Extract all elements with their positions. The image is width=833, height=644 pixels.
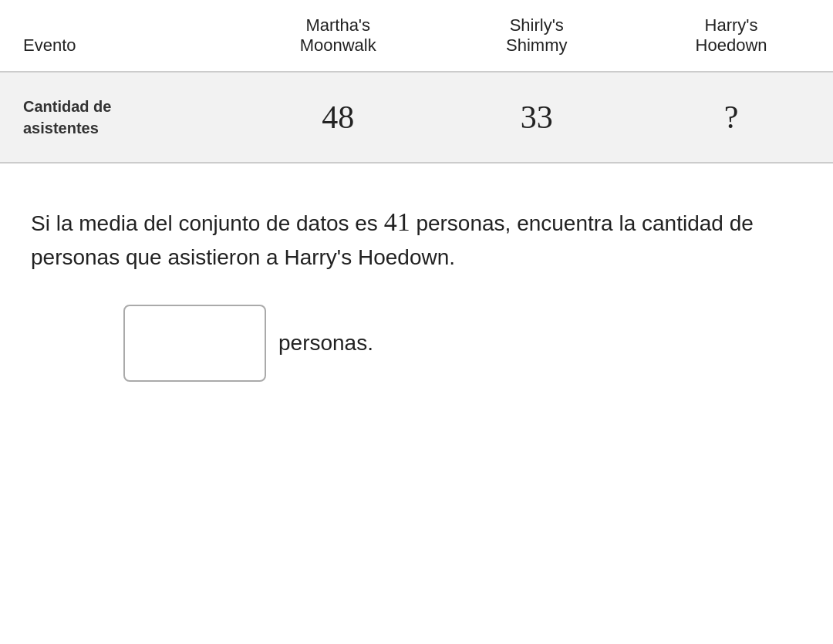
question-text: Si la media del conjunto de datos es 41 …	[0, 164, 833, 289]
table-row: Cantidad de asistentes 48 33 ?	[0, 72, 833, 163]
answer-suffix-label: personas.	[278, 331, 373, 356]
harrys-value: ?	[629, 72, 833, 163]
col-header-marthas: Martha'sMoonwalk	[232, 0, 443, 72]
marthas-value: 48	[232, 72, 443, 163]
row-label: Cantidad de asistentes	[0, 72, 232, 163]
col-header-harrys: Harry'sHoedown	[629, 0, 833, 72]
col-header-shirlys: Shirly'sShimmy	[443, 0, 629, 72]
answer-row: personas.	[0, 289, 833, 397]
shirlys-value: 33	[443, 72, 629, 163]
col-header-evento: Evento	[0, 0, 232, 72]
answer-input[interactable]	[123, 305, 266, 382]
